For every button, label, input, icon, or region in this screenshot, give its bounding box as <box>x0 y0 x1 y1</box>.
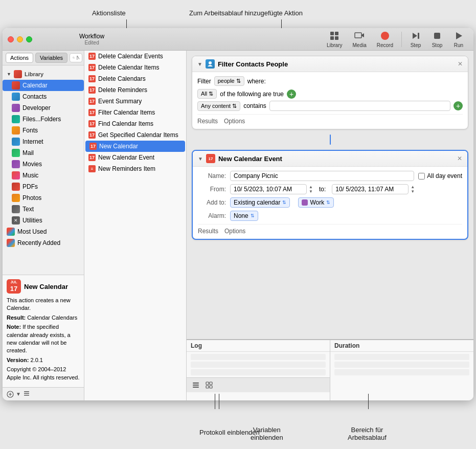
media-button[interactable]: Media <box>349 28 371 50</box>
record-button[interactable]: Record <box>373 28 397 50</box>
filter-contacts-close[interactable]: ✕ <box>458 60 463 68</box>
all-day-checkbox[interactable] <box>418 173 425 179</box>
sidebar-item-internet[interactable]: Internet <box>3 136 84 147</box>
add-contains-button[interactable]: + <box>454 101 463 110</box>
action-delete-items[interactable]: 17 Delete Calendar Items <box>84 62 186 73</box>
text-icon <box>12 205 20 213</box>
calendar-arrow: ⇅ <box>326 200 330 205</box>
action-event-summary[interactable]: 17 Event Summary <box>84 96 186 107</box>
all-select[interactable]: All ⇅ <box>197 89 217 99</box>
sidebar-item-calendar[interactable]: Calendar <box>3 80 84 91</box>
contains-input[interactable] <box>269 101 450 111</box>
action-delete-reminders[interactable]: 17 Delete Reminders <box>84 84 186 96</box>
from-stepper-down[interactable]: ▼ <box>309 190 313 194</box>
action-new-reminders[interactable]: ≡ New Reminders Item <box>84 163 186 174</box>
from-stepper-up[interactable]: ▲ <box>309 185 313 189</box>
main-window: Workflow Edited Library <box>3 28 473 400</box>
calendar-label: Calendar <box>22 82 48 89</box>
info-panel-title-text: New Calendar <box>24 283 68 290</box>
all-day-checkbox-group[interactable]: All day event <box>418 172 462 179</box>
any-content-label: Any content <box>201 103 231 109</box>
event-options-tab[interactable]: Options <box>224 228 245 235</box>
sidebar-item-utilities[interactable]: ✕ Utilities <box>3 215 84 226</box>
tab-actions[interactable]: Actions <box>6 53 33 63</box>
actions-list: 17 Delete Calendar Events 17 Delete Cale… <box>84 51 187 400</box>
sidebar-item-recent[interactable]: Recently Added <box>3 237 84 249</box>
add-condition-button[interactable]: + <box>287 89 296 99</box>
action-new-calendar[interactable]: 17 New Calendar <box>85 141 185 152</box>
action-delete-events[interactable]: 17 Delete Calendar Events <box>84 51 186 62</box>
files-icon <box>12 115 20 123</box>
svg-point-11 <box>73 57 75 58</box>
search-input[interactable] <box>76 55 79 61</box>
alarm-dropdown[interactable]: None ⇅ <box>230 211 258 221</box>
to-stepper-down[interactable]: ▼ <box>411 190 415 194</box>
fullscreen-button[interactable] <box>26 36 32 42</box>
library-button[interactable]: Library <box>323 28 347 50</box>
movies-label: Movies <box>22 161 42 168</box>
add-to-value: Existing calendar <box>234 199 280 206</box>
new-cal-event-close[interactable]: ✕ <box>457 155 462 162</box>
action-icon-new-calendar: 17 <box>89 143 97 150</box>
filter-people-select[interactable]: people ⇅ <box>214 76 244 86</box>
note-label: Note: <box>7 324 21 330</box>
list-icon[interactable] <box>23 390 30 398</box>
action-icon-new-reminders: ≡ <box>88 165 96 172</box>
action-new-cal-event[interactable]: 17 New Calendar Event <box>84 152 186 163</box>
svg-rect-0 <box>330 32 334 35</box>
log-panel: Log <box>187 340 330 400</box>
event-name-input[interactable] <box>230 171 414 181</box>
sidebar-item-developer[interactable]: Developer <box>3 102 84 114</box>
action-delete-calendars[interactable]: 17 Delete Calendars <box>84 73 186 84</box>
from-date-input[interactable] <box>230 184 307 194</box>
sidebar-item-pdfs[interactable]: PDFs <box>3 181 84 192</box>
event-results-tab[interactable]: Results <box>198 228 218 235</box>
version-value: 2.0.1 <box>30 357 42 363</box>
minimize-button[interactable] <box>17 36 23 42</box>
step-button[interactable]: Step <box>406 28 425 50</box>
sidebar-item-text[interactable]: Text <box>3 204 84 215</box>
search-box[interactable] <box>70 53 82 62</box>
to-date-input[interactable] <box>332 184 409 194</box>
sidebar-item-mostused[interactable]: Most Used <box>3 226 84 237</box>
annotation-arbeitsablauf: Zum Arbeitsablauf hinzugefügte Aktion <box>189 9 303 17</box>
to-stepper-up[interactable]: ▲ <box>411 185 415 189</box>
filter-results-tab[interactable]: Results <box>197 118 218 125</box>
sidebar-item-mail[interactable]: Mail <box>3 147 84 159</box>
calendar-date-icon: 17 <box>7 279 21 294</box>
sidebar-item-library[interactable]: ▼ Library <box>3 68 84 80</box>
sidebar-item-files[interactable]: Files...Folders <box>3 114 84 125</box>
chevron-down-icon[interactable]: ▼ <box>16 391 21 397</box>
traffic-lights <box>8 36 32 42</box>
sidebar-item-movies[interactable]: Movies <box>3 159 84 170</box>
any-content-select[interactable]: Any content ⇅ <box>197 101 240 111</box>
workflow-canvas: ▼ Filter Contacts People ✕ Filter people <box>187 51 473 339</box>
filter-chevron[interactable]: ▼ <box>197 61 202 67</box>
version-label: Version: <box>7 357 29 363</box>
new-cal-event-title: New Calendar Event <box>218 155 454 163</box>
sidebar-item-photos[interactable]: Photos <box>3 192 84 204</box>
sidebar-item-music[interactable]: Music <box>3 170 84 181</box>
event-results-options: Results Options <box>198 224 462 235</box>
run-button[interactable]: Run <box>449 28 468 50</box>
add-icon[interactable] <box>7 391 14 398</box>
recently-added-label: Recently Added <box>17 239 60 246</box>
close-button[interactable] <box>8 36 14 42</box>
filter-options-tab[interactable]: Options <box>224 118 245 125</box>
action-get-specified[interactable]: 17 Get Specified Calendar Items <box>84 129 186 141</box>
log-table-icon[interactable] <box>204 380 214 390</box>
log-list-icon[interactable] <box>191 380 201 390</box>
new-cal-chevron[interactable]: ▼ <box>198 156 203 162</box>
action-find-cal-items[interactable]: 17 Find Calendar Items <box>84 118 186 129</box>
stop-button[interactable]: Stop <box>427 28 447 50</box>
action-filter-cal-items[interactable]: 17 Filter Calendar Items <box>84 107 186 118</box>
add-to-dropdown[interactable]: Existing calendar ⇅ <box>230 197 290 208</box>
following-text: of the following are true <box>220 91 284 98</box>
calendar-select-dropdown[interactable]: Work ⇅ <box>298 197 334 208</box>
mail-label: Mail <box>22 149 34 156</box>
tab-variables[interactable]: Variables <box>35 53 67 63</box>
sidebar-item-contacts[interactable]: Contacts <box>3 91 84 102</box>
library-label: Library <box>327 42 343 48</box>
sidebar-item-fonts[interactable]: Fonts <box>3 125 84 136</box>
svg-rect-9 <box>434 33 440 39</box>
